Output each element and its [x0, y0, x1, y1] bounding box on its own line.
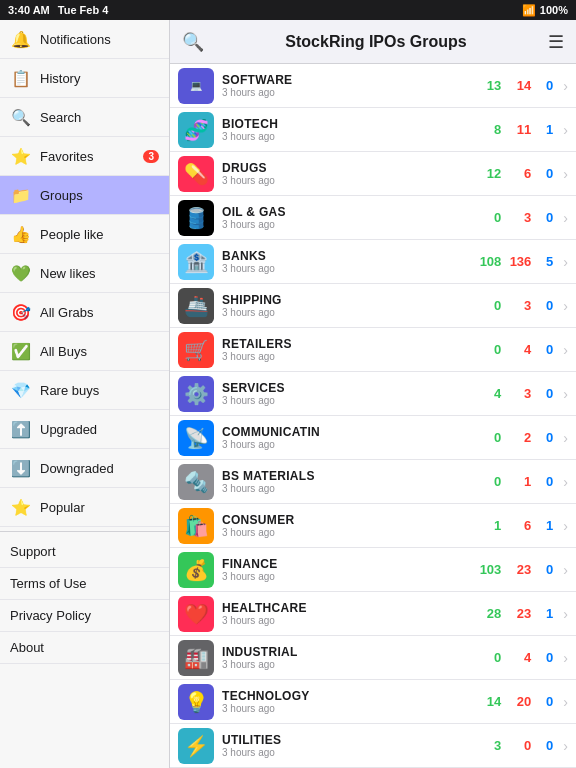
stat-red-3: 3	[507, 210, 531, 225]
group-row[interactable]: 🏦 BANKS 3 hours ago 108 136 5 ›	[170, 240, 576, 284]
sidebar-item-upgraded[interactable]: ⬆️ Upgraded	[0, 410, 169, 449]
wifi-icon: 📶	[522, 4, 536, 17]
group-info-7: SERVICES 3 hours ago	[222, 381, 469, 406]
group-flag-11: 💰	[178, 552, 214, 588]
sidebar-icon-new-likes: 💚	[10, 262, 32, 284]
chevron-icon-11: ›	[563, 562, 568, 578]
stat-blue-4: 5	[537, 254, 553, 269]
stat-blue-7: 0	[537, 386, 553, 401]
group-name-0: SOFTWARE	[222, 73, 469, 87]
sidebar-item-about[interactable]: About	[0, 632, 169, 664]
group-stats-0: 13 14 0	[477, 78, 553, 93]
group-name-6: RETAILERS	[222, 337, 469, 351]
group-row[interactable]: 📡 COMMUNICATIN 3 hours ago 0 2 0 ›	[170, 416, 576, 460]
sidebar-item-people-like[interactable]: 👍 People like	[0, 215, 169, 254]
group-info-10: CONSUMER 3 hours ago	[222, 513, 469, 538]
chevron-icon-4: ›	[563, 254, 568, 270]
stat-red-13: 4	[507, 650, 531, 665]
group-stats-9: 0 1 0	[477, 474, 553, 489]
group-name-15: UTILITIES	[222, 733, 469, 747]
sidebar-item-favorites[interactable]: ⭐ Favorites 3	[0, 137, 169, 176]
sidebar-item-search[interactable]: 🔍 Search	[0, 98, 169, 137]
sidebar-label-popular: Popular	[40, 500, 85, 515]
stat-red-12: 23	[507, 606, 531, 621]
sidebar-icon-downgraded: ⬇️	[10, 457, 32, 479]
sidebar-item-downgraded[interactable]: ⬇️ Downgraded	[0, 449, 169, 488]
group-row[interactable]: ❤️ HEALTHCARE 3 hours ago 28 23 1 ›	[170, 592, 576, 636]
group-name-7: SERVICES	[222, 381, 469, 395]
sidebar-label-upgraded: Upgraded	[40, 422, 97, 437]
sidebar-label-search: Search	[40, 110, 81, 125]
sidebar-icon-popular: ⭐	[10, 496, 32, 518]
group-info-5: SHIPPING 3 hours ago	[222, 293, 469, 318]
sidebar-label-favorites: Favorites	[40, 149, 93, 164]
stat-green-1: 8	[477, 122, 501, 137]
group-row[interactable]: 💡 TECHNOLOGY 3 hours ago 14 20 0 ›	[170, 680, 576, 724]
group-row[interactable]: 🏭 INDUSTRIAL 3 hours ago 0 4 0 ›	[170, 636, 576, 680]
stat-red-1: 11	[507, 122, 531, 137]
group-info-13: INDUSTRIAL 3 hours ago	[222, 645, 469, 670]
sidebar-icon-people-like: 👍	[10, 223, 32, 245]
group-row[interactable]: ⚙️ SERVICES 3 hours ago 4 3 0 ›	[170, 372, 576, 416]
stat-blue-1: 1	[537, 122, 553, 137]
status-bar: 3:40 AM Tue Feb 4 📶 100%	[0, 0, 576, 20]
group-row[interactable]: 💻 SOFTWARE 3 hours ago 13 14 0 ›	[170, 64, 576, 108]
sidebar-label-people-like: People like	[40, 227, 104, 242]
sidebar-item-history[interactable]: 📋 History	[0, 59, 169, 98]
group-info-9: BS MATERIALS 3 hours ago	[222, 469, 469, 494]
stat-green-5: 0	[477, 298, 501, 313]
stat-green-13: 0	[477, 650, 501, 665]
group-row[interactable]: 💊 DRUGS 3 hours ago 12 6 0 ›	[170, 152, 576, 196]
chevron-icon-7: ›	[563, 386, 568, 402]
group-row[interactable]: 🛍️ CONSUMER 3 hours ago 1 6 1 ›	[170, 504, 576, 548]
sidebar-item-notifications[interactable]: 🔔 Notifications	[0, 20, 169, 59]
stat-red-4: 136	[507, 254, 531, 269]
stat-blue-8: 0	[537, 430, 553, 445]
group-stats-5: 0 3 0	[477, 298, 553, 313]
chevron-icon-6: ›	[563, 342, 568, 358]
group-flag-6: 🛒	[178, 332, 214, 368]
group-name-1: BIOTECH	[222, 117, 469, 131]
group-name-13: INDUSTRIAL	[222, 645, 469, 659]
sidebar-label-notifications: Notifications	[40, 32, 111, 47]
group-time-10: 3 hours ago	[222, 527, 469, 538]
sidebar-label-about: About	[10, 640, 44, 655]
chevron-icon-14: ›	[563, 694, 568, 710]
sidebar-item-privacy[interactable]: Privacy Policy	[0, 600, 169, 632]
group-stats-14: 14 20 0	[477, 694, 553, 709]
sidebar-item-all-buys[interactable]: ✅ All Buys	[0, 332, 169, 371]
sidebar-icon-search: 🔍	[10, 106, 32, 128]
group-row[interactable]: 🛒 RETAILERS 3 hours ago 0 4 0 ›	[170, 328, 576, 372]
stat-blue-14: 0	[537, 694, 553, 709]
stat-green-8: 0	[477, 430, 501, 445]
sidebar-icon-favorites: ⭐	[10, 145, 32, 167]
group-row[interactable]: 🔩 BS MATERIALS 3 hours ago 0 1 0 ›	[170, 460, 576, 504]
group-row[interactable]: 💰 FINANCE 3 hours ago 103 23 0 ›	[170, 548, 576, 592]
sidebar-icon-groups: 📁	[10, 184, 32, 206]
sidebar-item-groups[interactable]: 📁 Groups	[0, 176, 169, 215]
group-row[interactable]: 🧬 BIOTECH 3 hours ago 8 11 1 ›	[170, 108, 576, 152]
search-icon[interactable]: 🔍	[182, 31, 204, 53]
sidebar-icon-all-buys: ✅	[10, 340, 32, 362]
sidebar-item-all-grabs[interactable]: 🎯 All Grabs	[0, 293, 169, 332]
stat-red-5: 3	[507, 298, 531, 313]
menu-icon[interactable]: ☰	[548, 31, 564, 53]
stat-blue-9: 0	[537, 474, 553, 489]
sidebar-item-support[interactable]: Support	[0, 536, 169, 568]
chevron-icon-3: ›	[563, 210, 568, 226]
sidebar-item-new-likes[interactable]: 💚 New likes	[0, 254, 169, 293]
group-row[interactable]: 🛢️ OIL & GAS 3 hours ago 0 3 0 ›	[170, 196, 576, 240]
stat-blue-6: 0	[537, 342, 553, 357]
group-time-4: 3 hours ago	[222, 263, 469, 274]
sidebar-item-rare-buys[interactable]: 💎 Rare buys	[0, 371, 169, 410]
group-row[interactable]: 🚢 SHIPPING 3 hours ago 0 3 0 ›	[170, 284, 576, 328]
page-title: StockRing IPOs Groups	[285, 33, 466, 51]
sidebar-item-popular[interactable]: ⭐ Popular	[0, 488, 169, 527]
group-row[interactable]: ⚡ UTILITIES 3 hours ago 3 0 0 ›	[170, 724, 576, 768]
group-info-15: UTILITIES 3 hours ago	[222, 733, 469, 758]
group-flag-8: 📡	[178, 420, 214, 456]
sidebar-item-terms[interactable]: Terms of Use	[0, 568, 169, 600]
group-flag-9: 🔩	[178, 464, 214, 500]
group-name-5: SHIPPING	[222, 293, 469, 307]
group-flag-0: 💻	[178, 68, 214, 104]
